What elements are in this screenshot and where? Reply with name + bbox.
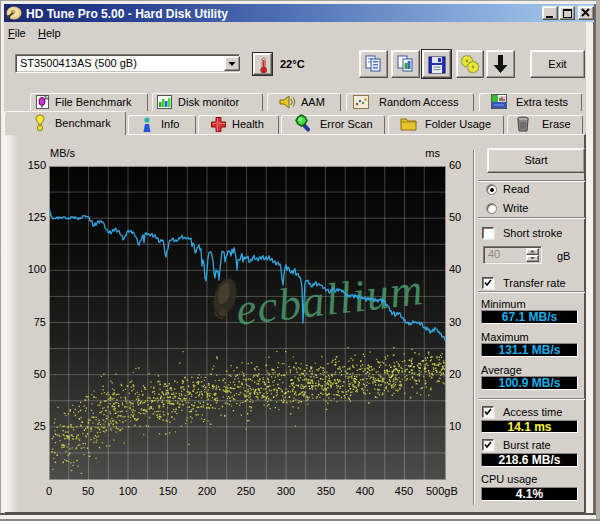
svg-text:ecballium: ecballium bbox=[233, 264, 426, 335]
